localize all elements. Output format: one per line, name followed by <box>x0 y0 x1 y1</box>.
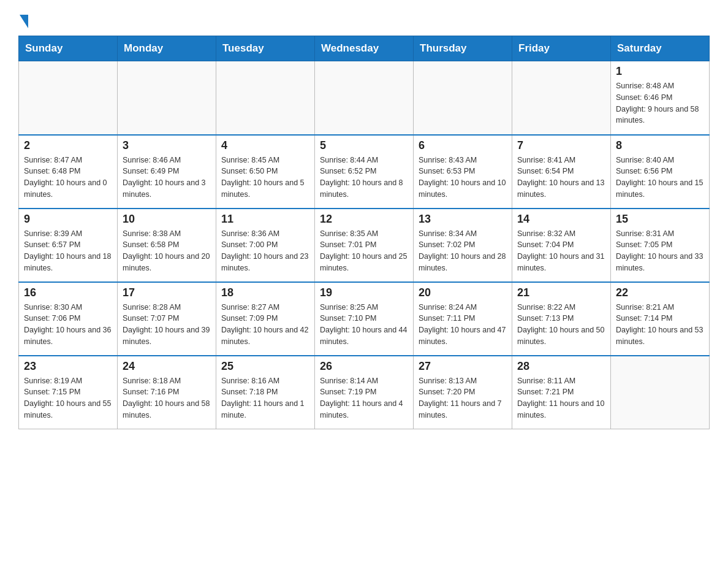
day-number: 6 <box>419 139 507 152</box>
day-info: Sunrise: 8:14 AMSunset: 7:19 PMDaylight:… <box>320 375 408 421</box>
day-number: 7 <box>517 139 605 152</box>
calendar-day-cell: 3Sunrise: 8:46 AMSunset: 6:49 PMDaylight… <box>118 135 216 209</box>
day-number: 21 <box>517 286 605 299</box>
calendar-day-cell: 22Sunrise: 8:21 AMSunset: 7:14 PMDayligh… <box>611 282 710 356</box>
day-info: Sunrise: 8:24 AMSunset: 7:11 PMDaylight:… <box>419 302 507 348</box>
calendar-table: SundayMondayTuesdayWednesdayThursdayFrid… <box>18 36 710 429</box>
calendar-day-header: Monday <box>118 36 216 61</box>
day-info: Sunrise: 8:47 AMSunset: 6:48 PMDaylight:… <box>24 155 112 201</box>
calendar-week-row: 23Sunrise: 8:19 AMSunset: 7:15 PMDayligh… <box>19 356 710 429</box>
day-info: Sunrise: 8:36 AMSunset: 7:00 PMDaylight:… <box>221 228 309 274</box>
calendar-day-cell: 14Sunrise: 8:32 AMSunset: 7:04 PMDayligh… <box>512 209 611 282</box>
day-number: 19 <box>320 286 408 299</box>
day-info: Sunrise: 8:39 AMSunset: 6:57 PMDaylight:… <box>24 228 112 274</box>
day-info: Sunrise: 8:25 AMSunset: 7:10 PMDaylight:… <box>320 302 408 348</box>
calendar-day-cell: 15Sunrise: 8:31 AMSunset: 7:05 PMDayligh… <box>611 209 710 282</box>
calendar-day-cell: 11Sunrise: 8:36 AMSunset: 7:00 PMDayligh… <box>216 209 315 282</box>
day-info: Sunrise: 8:28 AMSunset: 7:07 PMDaylight:… <box>123 302 211 348</box>
calendar-week-row: 1Sunrise: 8:48 AMSunset: 6:46 PMDaylight… <box>19 61 710 135</box>
day-info: Sunrise: 8:32 AMSunset: 7:04 PMDaylight:… <box>517 228 605 274</box>
day-info: Sunrise: 8:27 AMSunset: 7:09 PMDaylight:… <box>221 302 309 348</box>
day-info: Sunrise: 8:22 AMSunset: 7:13 PMDaylight:… <box>517 302 605 348</box>
calendar-day-cell: 12Sunrise: 8:35 AMSunset: 7:01 PMDayligh… <box>315 209 414 282</box>
day-number: 23 <box>24 360 112 373</box>
day-info: Sunrise: 8:13 AMSunset: 7:20 PMDaylight:… <box>419 375 507 421</box>
day-info: Sunrise: 8:43 AMSunset: 6:53 PMDaylight:… <box>419 155 507 201</box>
calendar-day-cell: 27Sunrise: 8:13 AMSunset: 7:20 PMDayligh… <box>414 356 512 429</box>
day-number: 10 <box>123 213 211 226</box>
day-number: 5 <box>320 139 408 152</box>
calendar-day-cell: 26Sunrise: 8:14 AMSunset: 7:19 PMDayligh… <box>315 356 414 429</box>
calendar-day-cell: 2Sunrise: 8:47 AMSunset: 6:48 PMDaylight… <box>19 135 118 209</box>
day-info: Sunrise: 8:45 AMSunset: 6:50 PMDaylight:… <box>221 155 309 201</box>
calendar-day-cell: 21Sunrise: 8:22 AMSunset: 7:13 PMDayligh… <box>512 282 611 356</box>
calendar-day-cell <box>216 61 315 135</box>
calendar-day-cell: 16Sunrise: 8:30 AMSunset: 7:06 PMDayligh… <box>19 282 118 356</box>
calendar-day-cell <box>19 61 118 135</box>
calendar-day-cell <box>414 61 512 135</box>
day-number: 11 <box>221 213 309 226</box>
day-number: 1 <box>616 65 704 78</box>
day-number: 28 <box>517 360 605 373</box>
day-number: 20 <box>419 286 507 299</box>
day-info: Sunrise: 8:38 AMSunset: 6:58 PMDaylight:… <box>123 228 211 274</box>
calendar-day-cell: 8Sunrise: 8:40 AMSunset: 6:56 PMDaylight… <box>611 135 710 209</box>
calendar-day-cell: 13Sunrise: 8:34 AMSunset: 7:02 PMDayligh… <box>414 209 512 282</box>
day-info: Sunrise: 8:19 AMSunset: 7:15 PMDaylight:… <box>24 375 112 421</box>
calendar-week-row: 9Sunrise: 8:39 AMSunset: 6:57 PMDaylight… <box>19 209 710 282</box>
logo <box>18 12 28 26</box>
calendar-day-cell: 1Sunrise: 8:48 AMSunset: 6:46 PMDaylight… <box>611 61 710 135</box>
day-info: Sunrise: 8:16 AMSunset: 7:18 PMDaylight:… <box>221 375 309 421</box>
day-number: 26 <box>320 360 408 373</box>
day-info: Sunrise: 8:11 AMSunset: 7:21 PMDaylight:… <box>517 375 605 421</box>
day-number: 15 <box>616 213 704 226</box>
day-number: 14 <box>517 213 605 226</box>
calendar-week-row: 16Sunrise: 8:30 AMSunset: 7:06 PMDayligh… <box>19 282 710 356</box>
calendar-day-cell: 28Sunrise: 8:11 AMSunset: 7:21 PMDayligh… <box>512 356 611 429</box>
calendar-day-cell <box>512 61 611 135</box>
day-number: 8 <box>616 139 704 152</box>
calendar-day-header: Sunday <box>19 36 118 61</box>
calendar-day-cell: 20Sunrise: 8:24 AMSunset: 7:11 PMDayligh… <box>414 282 512 356</box>
calendar-day-header: Thursday <box>414 36 512 61</box>
day-number: 12 <box>320 213 408 226</box>
day-info: Sunrise: 8:41 AMSunset: 6:54 PMDaylight:… <box>517 155 605 201</box>
day-number: 25 <box>221 360 309 373</box>
calendar-day-cell: 17Sunrise: 8:28 AMSunset: 7:07 PMDayligh… <box>118 282 216 356</box>
calendar-day-header: Friday <box>512 36 611 61</box>
calendar-day-header: Wednesday <box>315 36 414 61</box>
day-number: 22 <box>616 286 704 299</box>
calendar-day-cell <box>118 61 216 135</box>
day-info: Sunrise: 8:30 AMSunset: 7:06 PMDaylight:… <box>24 302 112 348</box>
day-number: 3 <box>123 139 211 152</box>
calendar-day-cell: 23Sunrise: 8:19 AMSunset: 7:15 PMDayligh… <box>19 356 118 429</box>
calendar-week-row: 2Sunrise: 8:47 AMSunset: 6:48 PMDaylight… <box>19 135 710 209</box>
calendar-day-cell: 9Sunrise: 8:39 AMSunset: 6:57 PMDaylight… <box>19 209 118 282</box>
calendar-day-cell: 19Sunrise: 8:25 AMSunset: 7:10 PMDayligh… <box>315 282 414 356</box>
day-number: 4 <box>221 139 309 152</box>
day-info: Sunrise: 8:21 AMSunset: 7:14 PMDaylight:… <box>616 302 704 348</box>
calendar-day-cell <box>315 61 414 135</box>
calendar-day-cell: 4Sunrise: 8:45 AMSunset: 6:50 PMDaylight… <box>216 135 315 209</box>
day-number: 13 <box>419 213 507 226</box>
day-number: 2 <box>24 139 112 152</box>
day-info: Sunrise: 8:40 AMSunset: 6:56 PMDaylight:… <box>616 155 704 201</box>
calendar-day-cell: 10Sunrise: 8:38 AMSunset: 6:58 PMDayligh… <box>118 209 216 282</box>
day-number: 17 <box>123 286 211 299</box>
day-info: Sunrise: 8:31 AMSunset: 7:05 PMDaylight:… <box>616 228 704 274</box>
day-number: 18 <box>221 286 309 299</box>
calendar-day-cell: 24Sunrise: 8:18 AMSunset: 7:16 PMDayligh… <box>118 356 216 429</box>
calendar-day-cell: 5Sunrise: 8:44 AMSunset: 6:52 PMDaylight… <box>315 135 414 209</box>
calendar-day-header: Tuesday <box>216 36 315 61</box>
day-number: 16 <box>24 286 112 299</box>
calendar-day-cell: 6Sunrise: 8:43 AMSunset: 6:53 PMDaylight… <box>414 135 512 209</box>
day-info: Sunrise: 8:44 AMSunset: 6:52 PMDaylight:… <box>320 155 408 201</box>
calendar-day-header: Saturday <box>611 36 710 61</box>
day-info: Sunrise: 8:18 AMSunset: 7:16 PMDaylight:… <box>123 375 211 421</box>
day-number: 9 <box>24 213 112 226</box>
calendar-day-cell <box>611 356 710 429</box>
day-number: 24 <box>123 360 211 373</box>
logo-arrow-icon <box>20 15 28 28</box>
day-number: 27 <box>419 360 507 373</box>
day-info: Sunrise: 8:46 AMSunset: 6:49 PMDaylight:… <box>123 155 211 201</box>
